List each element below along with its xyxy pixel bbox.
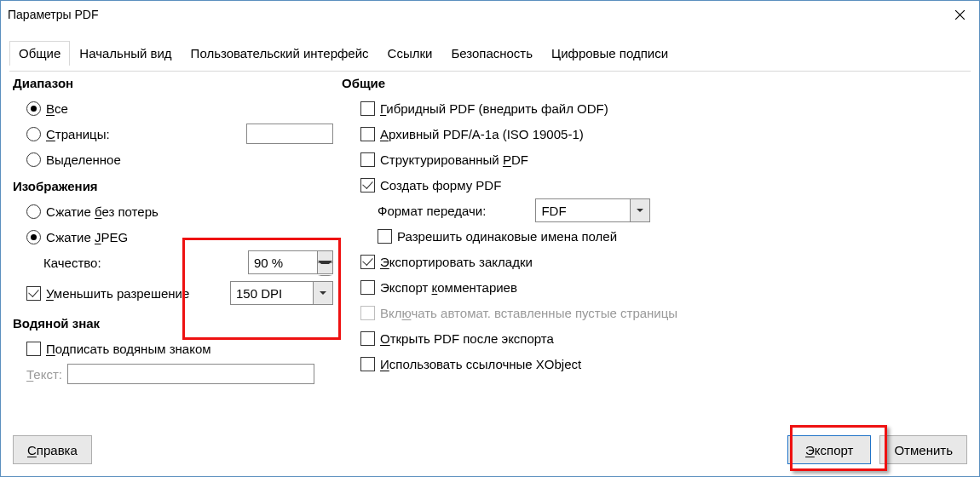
- check-export-comments[interactable]: [360, 280, 375, 295]
- left-column: Диапазон Все Страницы: Выделенное Изобра…: [13, 76, 333, 420]
- radio-pages[interactable]: [26, 127, 41, 141]
- tab-links[interactable]: Ссылки: [378, 41, 442, 66]
- watermark-group-title: Водяной знак: [13, 316, 333, 330]
- radio-all[interactable]: [26, 101, 41, 116]
- radio-selection-row[interactable]: Выделенное: [26, 147, 333, 172]
- check-auto-blank: [360, 306, 375, 320]
- transfer-label: Формат передачи:: [378, 204, 486, 218]
- tab-strip: Общие Начальный вид Пользовательский инт…: [9, 40, 979, 65]
- open-after-label: Открыть PDF после экспорта: [380, 331, 554, 346]
- radio-all-label: Все: [46, 101, 68, 116]
- quality-input[interactable]: [249, 251, 317, 273]
- tab-signatures[interactable]: Цифровые подписи: [542, 41, 677, 66]
- radio-selection[interactable]: [26, 152, 41, 167]
- archive-row[interactable]: Архивный PDF/A-1a (ISO 19005-1): [360, 121, 967, 147]
- window-title: Параметры PDF: [8, 8, 940, 21]
- check-archive-pdf[interactable]: [360, 127, 375, 141]
- check-open-after-export[interactable]: [360, 331, 375, 346]
- bookmarks-label: Экспортировать закладки: [380, 255, 533, 269]
- create-form-label: Создать форму PDF: [380, 178, 501, 193]
- dup-row[interactable]: Разрешить одинаковые имена полей: [378, 223, 967, 249]
- quality-spinner[interactable]: [248, 250, 333, 274]
- check-reduce-resolution[interactable]: [26, 286, 41, 301]
- tab-initial-view[interactable]: Начальный вид: [70, 41, 181, 66]
- chevron-down-icon: [318, 261, 332, 276]
- transfer-combo[interactable]: FDF: [535, 198, 650, 222]
- reduce-label: Уменьшить разрешение: [46, 286, 189, 301]
- transfer-dropdown-button[interactable]: [630, 199, 649, 221]
- hybrid-label: Гибридный PDF (внедрить файл ODF): [380, 101, 608, 116]
- radio-jpeg[interactable]: [26, 230, 41, 244]
- radio-lossless-label: Сжатие без потерь: [46, 204, 159, 219]
- radio-lossless[interactable]: [26, 204, 41, 219]
- radio-lossless-row[interactable]: Сжатие без потерь: [26, 198, 333, 224]
- dialog-window: Параметры PDF Общие Начальный вид Пользо…: [0, 0, 980, 477]
- archive-label: Архивный PDF/A-1a (ISO 19005-1): [380, 127, 584, 141]
- create-form-row[interactable]: Создать форму PDF: [360, 172, 967, 198]
- check-structured-pdf[interactable]: [360, 152, 375, 167]
- transfer-value: FDF: [536, 199, 630, 221]
- pages-input[interactable]: [246, 124, 333, 144]
- open-after-row[interactable]: Открыть PDF после экспорта: [360, 325, 967, 351]
- structured-row[interactable]: Структурированный PDF: [360, 147, 967, 172]
- radio-all-row[interactable]: Все: [26, 95, 333, 121]
- check-export-bookmarks[interactable]: [360, 255, 375, 269]
- reduce-row[interactable]: Уменьшить разрешение 150 DPI: [26, 280, 333, 306]
- comments-label: Экспорт комментариев: [380, 280, 517, 295]
- comments-row[interactable]: Экспорт комментариев: [360, 274, 967, 300]
- check-dup-names[interactable]: [378, 229, 392, 244]
- cancel-button[interactable]: Отменить: [879, 435, 967, 464]
- check-create-form[interactable]: [360, 178, 375, 193]
- radio-jpeg-row[interactable]: Сжатие JPEG: [26, 224, 333, 250]
- quality-label: Качество:: [43, 256, 101, 270]
- watermark-text-row: Текст:: [26, 361, 333, 387]
- export-button[interactable]: Экспорт: [787, 435, 871, 464]
- dpi-value: 150 DPI: [231, 282, 313, 304]
- auto-blank-row: Включать автомат. вставленные пустые стр…: [360, 300, 967, 325]
- watermark-text-label: Текст:: [26, 367, 62, 382]
- xobject-label: Использовать ссылочные XObject: [380, 357, 581, 371]
- radio-jpeg-label: Сжатие JPEG: [46, 230, 128, 244]
- dpi-dropdown-button[interactable]: [313, 282, 332, 304]
- tab-general[interactable]: Общие: [9, 41, 70, 66]
- quality-step-down[interactable]: [318, 263, 332, 274]
- general-group-title: Общие: [342, 76, 967, 90]
- sign-watermark-label: Подписать водяным знаком: [46, 342, 211, 356]
- quality-row: Качество:: [43, 250, 333, 275]
- tab-security[interactable]: Безопасность: [441, 41, 542, 66]
- watermark-text-input[interactable]: [67, 364, 314, 384]
- chevron-down-icon: [637, 209, 643, 212]
- check-xobject[interactable]: [360, 357, 375, 371]
- dpi-combo[interactable]: 150 DPI: [230, 281, 333, 305]
- structured-label: Структурированный PDF: [380, 152, 528, 167]
- sign-watermark-row[interactable]: Подписать водяным знаком: [26, 336, 333, 361]
- range-group-title: Диапазон: [13, 76, 333, 90]
- images-group-title: Изображения: [13, 179, 333, 193]
- help-button[interactable]: Справка: [13, 435, 92, 464]
- auto-blank-label: Включать автомат. вставленные пустые стр…: [380, 306, 677, 320]
- radio-pages-label: Страницы:: [46, 127, 110, 141]
- tab-underline: [9, 71, 971, 72]
- radio-pages-row[interactable]: Страницы:: [26, 121, 333, 147]
- footer: Справка Экспорт Отменить: [13, 435, 967, 464]
- hybrid-row[interactable]: Гибридный PDF (внедрить файл ODF): [360, 95, 967, 121]
- close-icon: [955, 10, 965, 20]
- titlebar: Параметры PDF: [1, 1, 979, 28]
- xobject-row[interactable]: Использовать ссылочные XObject: [360, 351, 967, 376]
- chevron-down-icon: [320, 291, 326, 295]
- transfer-row: Формат передачи: FDF: [378, 198, 967, 223]
- right-column: Общие Гибридный PDF (внедрить файл ODF) …: [342, 76, 967, 420]
- bookmarks-row[interactable]: Экспортировать закладки: [360, 249, 967, 274]
- dup-label: Разрешить одинаковые имена полей: [397, 229, 617, 244]
- close-button[interactable]: [940, 1, 979, 28]
- check-sign-watermark[interactable]: [26, 342, 41, 356]
- radio-selection-label: Выделенное: [46, 152, 121, 167]
- tab-user-interface[interactable]: Пользовательский интерфейс: [182, 41, 378, 66]
- check-hybrid-pdf[interactable]: [360, 101, 375, 116]
- content-area: Диапазон Все Страницы: Выделенное Изобра…: [13, 76, 967, 420]
